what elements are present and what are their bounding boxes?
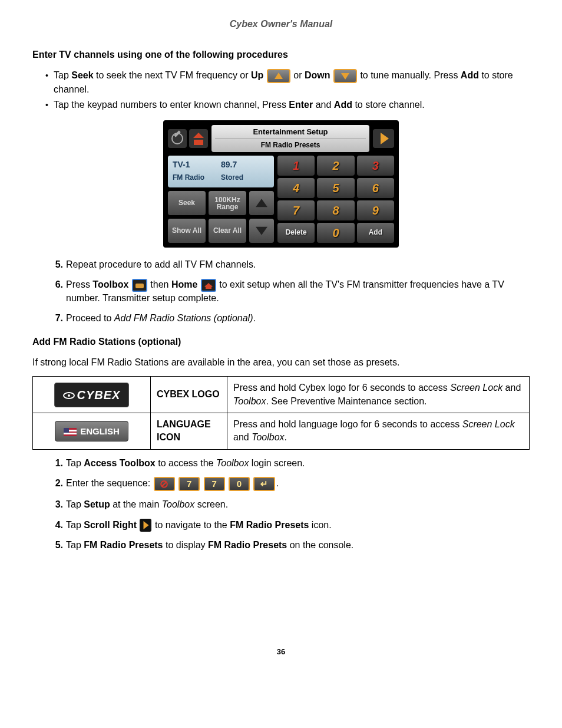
- text-bold: Enter: [289, 100, 313, 110]
- range-button[interactable]: 100KHz Range: [209, 191, 246, 215]
- text-bold: Seek: [71, 70, 93, 80]
- text-italic: Add FM Radio Stations (optional): [114, 313, 253, 323]
- key-2[interactable]: 2: [317, 156, 354, 176]
- text-bold: Down: [305, 70, 330, 80]
- text: Tap: [66, 540, 84, 550]
- section-heading: Enter TV channels using one of the follo…: [32, 48, 530, 61]
- list-item: 2. Enter the sequence: ⊘ 7 7 0 ↵.: [45, 477, 530, 491]
- text: Enter the sequence:: [66, 478, 153, 488]
- sequence-key-7: 7: [204, 477, 225, 491]
- key-8[interactable]: 8: [317, 200, 354, 220]
- text: to navigate to the: [155, 520, 230, 530]
- bullet-item: Tap the keypad numbers to enter known ch…: [45, 98, 530, 111]
- text-bold: Setup: [84, 499, 110, 509]
- logo-text: ENGLISH: [80, 426, 120, 436]
- key-9[interactable]: 9: [357, 200, 394, 220]
- text: screen.: [194, 499, 228, 509]
- home-icon[interactable]: [189, 129, 208, 148]
- toolbox-icon: [132, 279, 147, 292]
- home-icon: [201, 279, 216, 292]
- text: Tap: [66, 458, 84, 468]
- show-all-button[interactable]: Show All: [168, 219, 206, 243]
- text: or: [293, 70, 305, 80]
- page-number: 36: [32, 647, 530, 657]
- text: login screen.: [249, 458, 305, 468]
- text: and: [313, 100, 334, 110]
- sequence-key-7: 7: [178, 477, 200, 491]
- text: on the console.: [287, 540, 353, 550]
- list-item: 1. Tap Access Toolbox to access the Tool…: [45, 457, 530, 470]
- title-line1: Entertainment Setup: [215, 127, 366, 137]
- step-number: 3.: [45, 498, 63, 511]
- text-bold: Add: [334, 100, 352, 110]
- keypad: 1 2 3 4 5 6 7 8 9 Delete 0 Add: [277, 156, 394, 243]
- text: .: [253, 313, 256, 323]
- key-3[interactable]: 3: [357, 156, 394, 176]
- band-label: FM Radio: [173, 173, 221, 184]
- list-item: 5. Repeat procedure to add all TV FM cha…: [45, 258, 530, 271]
- text-italic: Toolbox: [162, 499, 194, 509]
- text-italic: Toolbox: [216, 458, 249, 468]
- text: Tap the keypad numbers to enter known ch…: [54, 100, 289, 110]
- list-item: 5. Tap FM Radio Presets to display FM Ra…: [45, 539, 530, 552]
- text-italic: Toolbox: [252, 432, 284, 442]
- sequence-key-cancel: ⊘: [154, 477, 175, 491]
- step-number: 6.: [45, 278, 63, 291]
- text-bold: Add: [461, 70, 479, 80]
- text: to seek the next TV FM frequency or: [94, 70, 251, 80]
- text-bold: Home: [171, 279, 197, 289]
- text-bold: FM Radio Presets: [208, 540, 287, 550]
- scroll-right-icon: [140, 519, 151, 532]
- bullet-item: Tap Seek to seek the next TV FM frequenc…: [45, 69, 530, 96]
- text-bold: Access Toolbox: [84, 458, 156, 468]
- logo-cell: ENGLISH: [33, 413, 151, 450]
- stored-label: Stored: [221, 173, 269, 184]
- desc-cell: Press and hold Cybex logo for 6 seconds …: [227, 377, 530, 413]
- delete-button[interactable]: Delete: [277, 223, 315, 243]
- tune-up-icon[interactable]: [249, 191, 274, 215]
- text-bold: Up: [251, 70, 263, 80]
- add-button[interactable]: Add: [357, 223, 394, 243]
- freq-value: 89.7: [221, 159, 269, 172]
- key-1[interactable]: 1: [277, 156, 315, 176]
- text: to access the: [156, 458, 216, 468]
- text: to display: [163, 540, 208, 550]
- text: and: [233, 432, 252, 442]
- showall-row: Show All Clear All: [168, 219, 274, 243]
- text: Proceed to: [66, 313, 114, 323]
- step-number: 1.: [45, 457, 63, 470]
- toolbox-icon[interactable]: [168, 129, 187, 148]
- text: .: [285, 432, 287, 442]
- text: Press and hold language logo for 6 secon…: [233, 419, 462, 429]
- text: to store channel.: [352, 100, 425, 110]
- tv-label: TV-1: [173, 159, 221, 172]
- key-7[interactable]: 7: [277, 200, 315, 220]
- scroll-right-icon[interactable]: [373, 129, 394, 148]
- key-5[interactable]: 5: [317, 178, 354, 198]
- screen-title: Entertainment Setup FM Radio Presets: [211, 125, 369, 152]
- text-italic: Toolbox: [233, 396, 266, 406]
- sequence-key-0: 0: [229, 477, 250, 491]
- text: .: [276, 478, 278, 488]
- key-4[interactable]: 4: [277, 178, 315, 198]
- clear-all-button[interactable]: Clear All: [209, 219, 246, 243]
- section-heading: Add FM Radio Stations (optional): [32, 335, 530, 348]
- key-0[interactable]: 0: [317, 223, 354, 243]
- access-table: CYBEX CYBEX LOGO Press and hold Cybex lo…: [32, 376, 530, 450]
- tune-down-icon[interactable]: [249, 219, 274, 243]
- console-screenshot: Entertainment Setup FM Radio Presets TV-…: [163, 120, 399, 248]
- desc-cell: Press and hold language logo for 6 secon…: [227, 413, 530, 450]
- document-title: Cybex Owner's Manual: [32, 18, 530, 31]
- range-l2: Range: [217, 203, 239, 210]
- sequence-key-enter: ↵: [253, 477, 275, 491]
- key-6[interactable]: 6: [357, 178, 394, 198]
- flag-icon: [64, 428, 77, 436]
- seek-button[interactable]: Seek: [168, 191, 206, 215]
- text-bold: Scroll Right: [84, 520, 137, 530]
- table-row: CYBEX CYBEX LOGO Press and hold Cybex lo…: [33, 377, 530, 413]
- text: and: [503, 383, 521, 393]
- text-bold: FM Radio Presets: [84, 540, 163, 550]
- text: then: [150, 279, 171, 289]
- text: at the main: [110, 499, 162, 509]
- status-panel: TV-1 89.7 FM Radio Stored: [168, 156, 274, 188]
